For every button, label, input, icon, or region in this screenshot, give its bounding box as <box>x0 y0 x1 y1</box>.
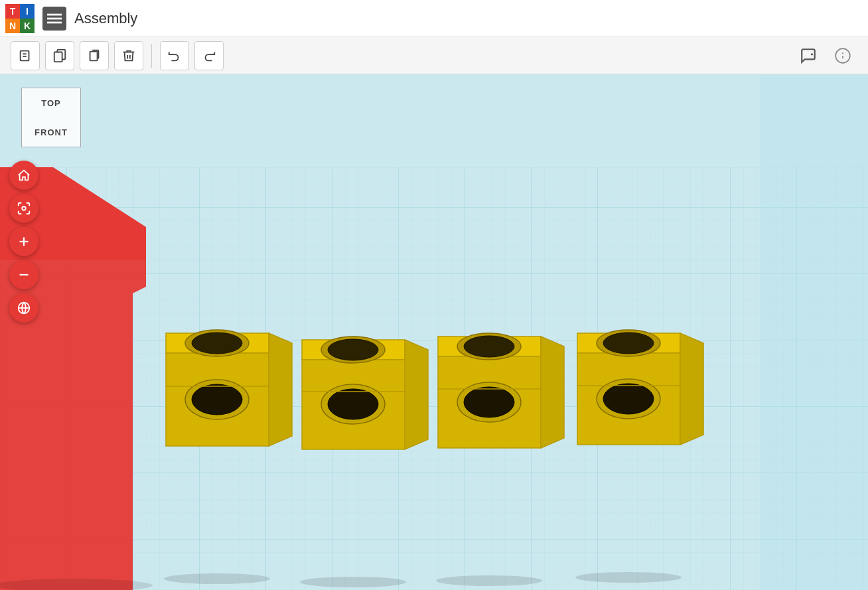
svg-marker-52 <box>577 333 680 353</box>
svg-point-62 <box>436 575 542 586</box>
svg-point-34 <box>192 384 242 415</box>
left-controls <box>9 161 38 323</box>
svg-text:T: T <box>10 6 16 17</box>
svg-rect-24 <box>760 74 868 590</box>
svg-rect-16 <box>90 51 98 60</box>
svg-point-60 <box>164 573 270 584</box>
svg-rect-22 <box>0 74 868 590</box>
svg-text:I: I <box>26 6 29 17</box>
svg-point-20 <box>842 52 843 54</box>
view-mode-button[interactable] <box>9 293 38 323</box>
toolbar-separator <box>151 44 152 68</box>
svg-rect-9 <box>47 17 62 19</box>
svg-point-47 <box>457 333 521 360</box>
svg-point-17 <box>811 53 813 55</box>
svg-marker-44 <box>438 336 541 356</box>
comment-button[interactable] <box>794 41 823 70</box>
svg-marker-29 <box>166 353 269 446</box>
project-title: Assembly <box>74 10 137 27</box>
svg-marker-54 <box>680 333 703 445</box>
svg-marker-28 <box>166 333 269 353</box>
home-button[interactable] <box>9 161 38 190</box>
svg-marker-46 <box>541 336 564 448</box>
menu-button[interactable] <box>42 7 66 31</box>
svg-rect-10 <box>47 21 62 23</box>
svg-point-56 <box>603 332 654 354</box>
svg-point-40 <box>328 339 378 360</box>
svg-marker-37 <box>302 360 405 449</box>
duplicate-button[interactable] <box>45 41 74 70</box>
copy-button[interactable] <box>80 41 109 70</box>
svg-point-55 <box>597 330 660 356</box>
header: T I N K Assembly <box>0 0 868 37</box>
view-cube-box[interactable]: TOP FRONT <box>21 88 81 147</box>
svg-point-48 <box>464 336 514 357</box>
svg-point-63 <box>575 572 682 583</box>
fit-button[interactable] <box>9 194 38 223</box>
redo-button[interactable] <box>194 41 224 70</box>
canvas-area[interactable]: TOP FRONT <box>0 74 868 590</box>
svg-point-39 <box>321 336 385 363</box>
svg-rect-15 <box>54 52 62 62</box>
svg-point-33 <box>185 380 249 419</box>
svg-point-32 <box>192 332 242 354</box>
viewport-svg <box>0 74 868 590</box>
zoom-out-button[interactable] <box>9 260 38 289</box>
toolbar <box>0 37 868 74</box>
svg-rect-8 <box>47 13 62 15</box>
view-cube[interactable]: TOP FRONT <box>19 85 85 151</box>
view-cube-front-label: FRONT <box>35 127 68 137</box>
svg-point-61 <box>300 577 406 587</box>
new-button[interactable] <box>11 41 40 70</box>
hint-button[interactable] <box>828 41 857 70</box>
svg-point-49 <box>457 382 521 422</box>
svg-rect-23 <box>0 167 868 590</box>
svg-point-57 <box>597 379 660 419</box>
svg-marker-38 <box>405 340 428 449</box>
undo-button[interactable] <box>160 41 189 70</box>
view-cube-top-label: TOP <box>41 98 61 108</box>
svg-marker-36 <box>302 340 405 360</box>
svg-point-50 <box>464 387 514 417</box>
svg-point-58 <box>603 384 654 414</box>
svg-point-64 <box>22 206 26 210</box>
svg-point-42 <box>328 389 378 419</box>
svg-point-27 <box>0 579 153 590</box>
svg-point-41 <box>321 384 385 424</box>
svg-marker-53 <box>577 353 680 445</box>
svg-marker-30 <box>269 333 292 446</box>
tinkercad-logo[interactable]: T I N K <box>5 4 35 33</box>
svg-text:N: N <box>9 21 16 31</box>
svg-point-31 <box>185 330 249 356</box>
svg-marker-45 <box>438 356 541 448</box>
svg-text:K: K <box>24 21 31 31</box>
zoom-in-button[interactable] <box>9 227 38 256</box>
delete-button[interactable] <box>114 41 143 70</box>
